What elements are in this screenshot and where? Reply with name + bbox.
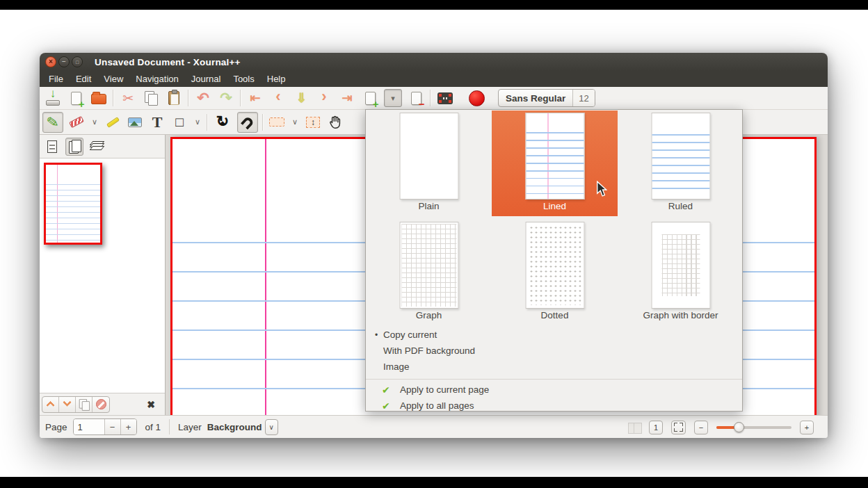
magnet-icon xyxy=(241,115,255,130)
fullscreen-button[interactable] xyxy=(436,89,454,107)
template-lined[interactable]: Lined xyxy=(492,111,618,216)
redo-button[interactable]: ↷ xyxy=(217,89,235,107)
menu-file[interactable]: File xyxy=(42,72,70,86)
record-button[interactable] xyxy=(469,90,485,106)
layer-dropdown-button[interactable]: ∨ xyxy=(265,419,278,435)
move-page-up-button[interactable] xyxy=(42,397,59,412)
menu-view[interactable]: View xyxy=(97,72,129,86)
next-page-button[interactable]: › xyxy=(315,89,333,107)
page-decrement-button[interactable]: − xyxy=(104,419,120,434)
paste-button[interactable] xyxy=(165,89,183,107)
fit-page-icon xyxy=(674,423,683,432)
template-graph[interactable]: Graph xyxy=(366,220,492,325)
page-number-input[interactable] xyxy=(74,419,104,434)
zoom-out-button[interactable]: − xyxy=(694,421,708,434)
font-selector-button[interactable]: Sans Regular 12 xyxy=(498,89,595,107)
template-ruled-thumbnail xyxy=(651,113,710,200)
highlighter-tool-button[interactable] xyxy=(104,113,122,131)
hand-icon xyxy=(328,115,343,130)
template-ruled[interactable]: Ruled xyxy=(618,111,744,216)
close-window-button[interactable]: × xyxy=(45,56,56,67)
first-page-icon: ⇤ xyxy=(250,92,260,104)
pen-tool-button[interactable]: ✎ xyxy=(42,112,63,133)
single-page-view-button[interactable]: 1 xyxy=(649,421,663,434)
page-increment-button[interactable]: + xyxy=(120,419,136,434)
page-thumbnail-1[interactable] xyxy=(44,163,102,245)
menu-journal[interactable]: Journal xyxy=(185,72,227,86)
apply-to-all-pages[interactable]: ✔ Apply to all pages xyxy=(366,398,742,414)
toolbar-separator xyxy=(113,90,114,106)
delete-page-sidebar-button[interactable] xyxy=(93,397,109,412)
minimize-window-button[interactable]: − xyxy=(58,56,70,67)
background-source-list: • Copy current With PDF background Image xyxy=(366,327,742,375)
menu-tools[interactable]: Tools xyxy=(227,72,260,86)
eraser-tool-button[interactable] xyxy=(67,113,86,131)
toolbar-main: ↓ + ✂ ↶ ↷ xyxy=(40,87,828,110)
open-button[interactable] xyxy=(90,89,108,107)
last-page-icon: ⇥ xyxy=(341,92,352,104)
copy-page-button[interactable] xyxy=(76,397,93,412)
option-with-pdf-background[interactable]: With PDF background xyxy=(366,343,742,359)
maximize-window-button[interactable]: □ xyxy=(72,56,83,67)
contents-icon xyxy=(47,140,57,153)
page-spinbox: − + xyxy=(73,418,137,435)
zoom-in-button[interactable]: + xyxy=(800,421,814,434)
zoom-slider-handle[interactable] xyxy=(734,422,744,432)
cut-button[interactable]: ✂ xyxy=(119,89,137,107)
statusbar: Page − + of 1 Layer Background ∨ 1 − xyxy=(40,415,828,438)
open-folder-icon xyxy=(91,94,106,104)
new-document-button[interactable]: + xyxy=(67,89,85,107)
menu-help[interactable]: Help xyxy=(261,72,292,86)
template-lined-thumbnail xyxy=(525,113,584,200)
goto-page-button[interactable]: ⇓ xyxy=(292,89,310,107)
image-tool-button[interactable] xyxy=(126,113,144,131)
delete-page-button[interactable]: − xyxy=(407,89,425,107)
menu-edit[interactable]: Edit xyxy=(70,72,97,86)
undo-button[interactable]: ↶ xyxy=(194,89,212,107)
paste-clipboard-icon xyxy=(168,91,179,105)
sidebar-tab-contents[interactable] xyxy=(43,138,61,156)
apply-to-current-page[interactable]: ✔ Apply to current page xyxy=(366,382,742,398)
sidebar: ✖ xyxy=(40,135,166,415)
new-page-after-button[interactable]: + xyxy=(361,89,379,107)
paired-pages-icon xyxy=(628,421,641,434)
layer-label: Layer xyxy=(178,422,202,432)
close-sidebar-button[interactable]: ✖ xyxy=(147,399,155,410)
shape-options-caret[interactable]: ∨ xyxy=(193,117,202,127)
sidebar-tab-page-preview[interactable] xyxy=(65,138,83,156)
hand-tool-button[interactable] xyxy=(326,113,344,131)
zoom-fit-button[interactable] xyxy=(671,421,686,434)
toolbar-separator xyxy=(188,90,189,106)
option-image[interactable]: Image xyxy=(366,359,742,375)
select-region-button[interactable] xyxy=(268,113,286,131)
copy-button[interactable] xyxy=(142,89,160,107)
new-page-icon: + xyxy=(365,92,376,105)
text-tool-button[interactable]: T xyxy=(148,113,166,131)
window-title: Unsaved Document - Xournal++ xyxy=(95,57,241,67)
zoom-slider[interactable] xyxy=(716,421,791,434)
toolbar-separator xyxy=(430,90,431,106)
shape-recognizer-button[interactable]: ↻ ◆ xyxy=(212,112,233,133)
snapping-button[interactable] xyxy=(237,112,258,133)
shape-tool-button[interactable]: □ xyxy=(170,113,188,131)
save-button[interactable]: ↓ xyxy=(44,89,62,107)
sidebar-tab-layers[interactable] xyxy=(88,138,106,156)
vertical-space-button[interactable]: ↕ xyxy=(304,113,322,131)
option-copy-current[interactable]: • Copy current xyxy=(366,327,742,343)
pen-icon: ✎ xyxy=(46,113,61,131)
menu-navigation[interactable]: Navigation xyxy=(129,72,184,86)
menubar: File Edit View Navigation Journal Tools … xyxy=(40,71,828,87)
eraser-options-caret[interactable]: ∨ xyxy=(90,117,99,127)
desktop-background: × − □ Unsaved Document - Xournal++ File … xyxy=(0,10,868,477)
previous-page-button[interactable]: ‹ xyxy=(269,89,287,107)
select-options-caret[interactable]: ∨ xyxy=(290,117,300,127)
check-icon: ✔ xyxy=(382,384,400,396)
template-graph-with-border[interactable]: Graph with border xyxy=(618,220,744,325)
move-page-down-button[interactable] xyxy=(59,397,76,412)
first-page-button[interactable]: ⇤ xyxy=(246,89,264,107)
page-template-dropdown-button[interactable]: ▾ xyxy=(384,89,402,107)
template-dotted[interactable]: Dotted xyxy=(492,220,618,325)
last-page-button[interactable]: ⇥ xyxy=(338,89,356,107)
template-plain[interactable]: Plain xyxy=(366,111,492,216)
statusbar-separator xyxy=(169,419,170,434)
